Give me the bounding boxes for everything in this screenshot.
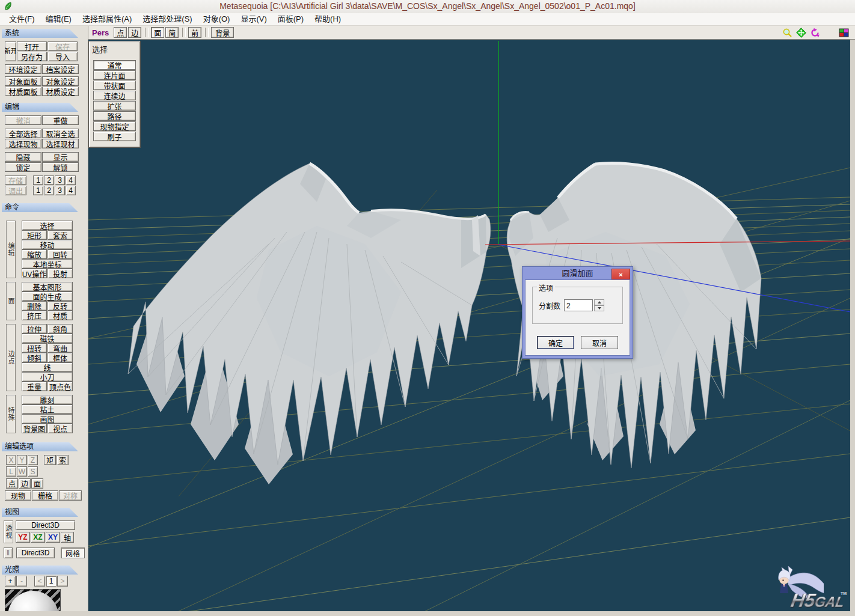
unlock-button[interactable]: 解锁 [42, 162, 79, 172]
viewport-3d[interactable]: TM H5GAL [88, 40, 850, 611]
edit-face-toggle[interactable]: 面 [31, 478, 43, 489]
select-path-button[interactable]: 路径 [93, 111, 136, 121]
select-expand-button[interactable]: 扩张 [93, 101, 136, 111]
show-edges-button[interactable]: 边 [128, 27, 141, 38]
edit-point-toggle[interactable]: 点 [6, 478, 18, 489]
open-button[interactable]: 打开 [17, 41, 47, 51]
axis-z-toggle[interactable]: Z [28, 455, 38, 465]
edit-object-toggle[interactable]: 现物 [5, 490, 31, 501]
command-group-face-tab[interactable]: 面 [6, 282, 16, 320]
cmd-clay-button[interactable]: 粘土 [22, 404, 73, 414]
new-file-button[interactable]: 新开 [5, 41, 16, 61]
redo-button[interactable]: 重做 [42, 115, 79, 125]
select-all-button[interactable]: 全部选择 [5, 129, 41, 138]
local-s-toggle[interactable]: S [28, 466, 38, 477]
symmetry-toggle[interactable]: 对称 [59, 490, 82, 501]
perspective-tab[interactable]: 透视 [4, 520, 13, 543]
undo-button[interactable]: 撤消 [5, 115, 41, 125]
menu-view[interactable]: 显示(V) [235, 13, 272, 25]
cmd-project-button[interactable]: 投射 [48, 269, 73, 278]
menu-help[interactable]: 帮助(H) [309, 13, 346, 25]
select-object-button[interactable]: 选择现物 [5, 139, 41, 148]
lock-button[interactable]: 锁定 [5, 162, 41, 172]
zoom-icon[interactable] [782, 28, 792, 38]
lasso-select-toggle[interactable]: 索 [57, 455, 69, 465]
command-group-edit-tab[interactable]: 编辑 [6, 221, 16, 278]
material-panel-button[interactable]: 材质面板 [5, 87, 41, 96]
pan-move-icon[interactable] [796, 28, 806, 38]
save-as-button[interactable]: 另存为 [17, 52, 47, 61]
cmd-paint-button[interactable]: 画图 [22, 414, 73, 424]
recall-slot-2-button[interactable]: 2 [44, 186, 54, 195]
renderer-secondary-button[interactable]: Direct3D [16, 547, 55, 558]
cmd-viewpoint-button[interactable]: 视点 [48, 424, 73, 433]
edit-edge-toggle[interactable]: 边 [19, 478, 31, 489]
cmd-scale-button[interactable]: 缩放 [22, 249, 47, 259]
save-button[interactable]: 保存 [48, 41, 78, 51]
light-remove-button[interactable]: - [16, 576, 27, 587]
cmd-create-face-button[interactable]: 面的生成 [22, 291, 73, 301]
cmd-primitive-button[interactable]: 基本图形 [22, 282, 73, 291]
object-panel-button[interactable]: 对象面板 [5, 76, 41, 86]
recall-slot-3-button[interactable]: 3 [55, 186, 65, 195]
cancel-button[interactable]: 取消 [581, 336, 618, 349]
cmd-twist-button[interactable]: 扭转 [22, 343, 47, 353]
command-group-edge-point-tab[interactable]: 边点 [6, 324, 16, 391]
show-points-button[interactable]: 点 [114, 27, 127, 38]
light-preview[interactable] [5, 589, 61, 611]
object-settings-button[interactable]: 对象设定 [42, 76, 79, 86]
edit-grid-toggle[interactable]: 栅格 [32, 490, 58, 501]
menu-file[interactable]: 文件(F) [4, 13, 40, 25]
cmd-rotate-button[interactable]: 回转 [48, 249, 73, 259]
store-slot-1-button[interactable]: 1 [33, 175, 43, 185]
select-continuous-edge-button[interactable]: 连续边 [93, 91, 136, 100]
material-palette-icon[interactable] [839, 28, 849, 37]
cmd-knife-button[interactable]: 小刀 [22, 372, 73, 382]
view-axis-button[interactable]: 轴 [61, 532, 74, 543]
cmd-stretch-button[interactable]: 拉伸 [22, 324, 47, 334]
material-settings-button[interactable]: 材质设定 [42, 87, 79, 96]
local-l-toggle[interactable]: L [6, 466, 16, 477]
spin-up-button[interactable] [594, 299, 604, 305]
menu-object[interactable]: 对象(O) [198, 13, 236, 25]
cmd-lasso-button[interactable]: 套索 [48, 230, 73, 240]
cmd-local-coords-button[interactable]: 本地坐标 [22, 259, 73, 269]
store-slot-3-button[interactable]: 3 [55, 175, 65, 185]
front-display-button[interactable]: 前 [188, 27, 201, 38]
close-icon[interactable]: × [611, 269, 630, 280]
cmd-delete-button[interactable]: 删除 [22, 301, 47, 311]
show-button[interactable]: 显示 [42, 152, 79, 162]
hide-button[interactable]: 隐藏 [5, 152, 41, 162]
environment-settings-button[interactable]: 环境设定 [5, 64, 41, 74]
axis-y-toggle[interactable]: Y [17, 455, 27, 465]
background-button[interactable]: 背景 [211, 27, 234, 38]
light-prev-button[interactable]: < [34, 576, 45, 587]
rotate-icon[interactable] [810, 28, 820, 38]
select-connected-face-button[interactable]: 连片面 [93, 70, 136, 80]
view-yz-button[interactable]: YZ [16, 532, 30, 543]
cmd-rectangle-button[interactable]: 矩形 [22, 230, 47, 240]
cmd-bevel-button[interactable]: 斜角 [48, 324, 73, 334]
view-xy-button[interactable]: XY [46, 532, 60, 543]
simple-display-button[interactable]: 简 [165, 27, 179, 38]
show-faces-button[interactable]: 面 [151, 27, 164, 38]
mesh-grid-toggle[interactable]: 网格 [61, 547, 85, 558]
cmd-bend-button[interactable]: 弯曲 [48, 343, 73, 353]
cmd-vertex-color-button[interactable]: 顶点色 [48, 382, 73, 391]
cmd-lattice-button[interactable]: 框体 [48, 353, 73, 362]
rect-select-toggle[interactable]: 矩 [44, 455, 56, 465]
light-add-button[interactable]: + [5, 576, 16, 587]
cmd-extrude-button[interactable]: 挤压 [22, 311, 47, 320]
cmd-wire-button[interactable]: 线 [22, 362, 73, 372]
select-brush-button[interactable]: 刷子 [93, 132, 136, 141]
cmd-sculpt-button[interactable]: 雕刻 [22, 395, 73, 404]
segments-input[interactable]: 2 [564, 299, 593, 311]
store-slot-4-button[interactable]: 4 [66, 175, 76, 185]
cmd-invert-button[interactable]: 反转 [48, 301, 73, 311]
recall-slot-1-button[interactable]: 1 [33, 186, 43, 195]
file-settings-button[interactable]: 档案设定 [42, 64, 79, 74]
select-belt-face-button[interactable]: 带状面 [93, 81, 136, 90]
cmd-material-button[interactable]: 材质 [48, 311, 73, 320]
menu-edit[interactable]: 编辑(E) [40, 13, 77, 25]
select-by-object-button[interactable]: 现物指定 [93, 121, 136, 131]
